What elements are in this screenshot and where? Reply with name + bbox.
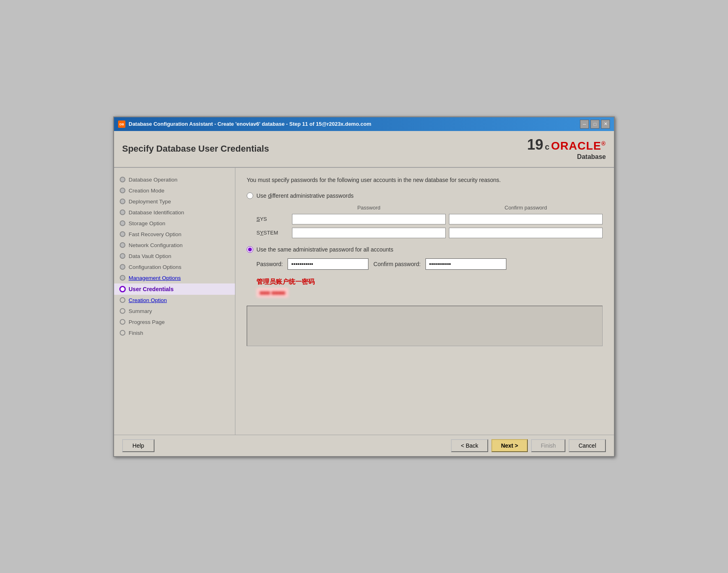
app-icon: DB [118, 121, 125, 128]
sidebar-dot-network-configuration [120, 242, 125, 248]
title-bar-left: DB Database Configuration Assistant - Cr… [118, 121, 371, 128]
sidebar-label-management-options: Management Options [129, 275, 181, 281]
sidebar-dot-configuration-options [120, 264, 125, 270]
page-title: Specify Database User Credentials [122, 144, 269, 154]
sidebar-label-database-identification: Database Identification [129, 209, 184, 216]
title-bar: DB Database Configuration Assistant - Cr… [114, 117, 614, 131]
same-password-input[interactable] [288, 258, 368, 270]
same-confirm-input[interactable] [425, 258, 506, 270]
sys-label: SYS [256, 216, 289, 222]
title-bar-controls: ─ □ ✕ [580, 120, 610, 129]
password-field-label: Password: [256, 261, 283, 267]
same-password-inputs-row: Password: Confirm password: [256, 258, 603, 270]
sidebar-label-progress-page: Progress Page [129, 319, 165, 325]
sidebar-label-configuration-options: Configuration Options [129, 264, 182, 270]
sidebar-item-deployment-type: Deployment Type [114, 196, 235, 207]
sidebar: Database Operation Creation Mode Deploym… [114, 168, 235, 435]
page-header: Specify Database User Credentials 19c OR… [114, 131, 614, 168]
different-passwords-section: Use different administrative passwords P… [247, 192, 603, 238]
sidebar-item-finish: Finish [114, 328, 235, 338]
system-confirm-input[interactable] [449, 228, 603, 238]
oracle-logo-text: 19c ORACLE® [527, 137, 606, 152]
same-password-radio[interactable] [247, 246, 253, 253]
sidebar-label-network-configuration: Network Configuration [129, 242, 183, 248]
sidebar-label-user-credentials: User Credentials [129, 286, 174, 292]
sidebar-label-fast-recovery: Fast Recovery Option [129, 231, 182, 237]
sidebar-dot-creation-option [120, 297, 125, 303]
same-password-label[interactable]: Use the same administrative password for… [256, 246, 393, 253]
sidebar-item-creation-mode: Creation Mode [114, 185, 235, 196]
sidebar-item-database-identification: Database Identification [114, 207, 235, 218]
sidebar-dot-deployment-type [120, 199, 125, 204]
sidebar-item-fast-recovery: Fast Recovery Option [114, 229, 235, 240]
sidebar-label-storage-option: Storage Option [129, 220, 165, 226]
sidebar-label-data-vault: Data Vault Option [129, 253, 171, 259]
content-description: You must specify passwords for the follo… [247, 176, 603, 184]
sys-password-input[interactable] [292, 214, 446, 224]
confirm-field-label: Confirm password: [373, 261, 421, 267]
oracle-logo: 19c ORACLE® Database [527, 137, 606, 161]
sidebar-label-creation-option: Creation Option [129, 297, 167, 303]
password-grid: Password Confirm password SYS SYSTEM [256, 205, 603, 238]
different-passwords-radio[interactable] [247, 192, 253, 199]
sidebar-dot-database-identification [120, 209, 125, 215]
window-title: Database Configuration Assistant - Creat… [129, 121, 371, 127]
sidebar-item-creation-option[interactable]: Creation Option [114, 295, 235, 306]
sidebar-label-creation-mode: Creation Mode [129, 188, 165, 194]
cancel-button[interactable]: Cancel [569, 439, 606, 452]
sidebar-item-configuration-options: Configuration Options [114, 262, 235, 273]
svg-text:DB: DB [119, 123, 124, 126]
sidebar-dot-creation-mode [120, 188, 125, 193]
sidebar-dot-finish [120, 330, 125, 336]
sidebar-item-management-options[interactable]: Management Options [114, 273, 235, 283]
same-password-section: Use the same administrative password for… [247, 246, 603, 270]
sidebar-item-summary: Summary [114, 306, 235, 317]
maximize-button[interactable]: □ [590, 120, 599, 129]
confirm-col-header: Confirm password [449, 205, 603, 211]
close-button[interactable]: ✕ [601, 120, 610, 129]
oracle-database-label: Database [577, 153, 606, 161]
content-area: You must specify passwords for the follo… [235, 168, 614, 435]
sidebar-label-deployment-type: Deployment Type [129, 199, 171, 205]
annotation-blurred: ■■■ ■■■■ [256, 288, 288, 298]
system-label: SYSTEM [256, 230, 289, 236]
minimize-button[interactable]: ─ [580, 120, 589, 129]
sidebar-label-finish: Finish [129, 330, 143, 336]
finish-button[interactable]: Finish [531, 439, 565, 452]
main-content: Database Operation Creation Mode Deploym… [114, 168, 614, 435]
sidebar-dot-summary [120, 308, 125, 314]
sidebar-label-summary: Summary [129, 308, 152, 314]
same-password-row: Use the same administrative password for… [247, 246, 603, 253]
sidebar-label-database-operation: Database Operation [129, 177, 178, 183]
main-window: DB Database Configuration Assistant - Cr… [113, 116, 615, 457]
sidebar-dot-management-options [120, 275, 125, 281]
sidebar-dot-database-operation [120, 177, 125, 182]
sys-confirm-input[interactable] [449, 214, 603, 224]
log-area [247, 306, 603, 346]
bottom-left-buttons: Help [122, 439, 154, 452]
sidebar-dot-data-vault [120, 253, 125, 259]
sidebar-dot-progress-page [120, 319, 125, 325]
sidebar-dot-storage-option [120, 220, 125, 226]
different-passwords-row: Use different administrative passwords [247, 192, 603, 199]
sidebar-item-storage-option: Storage Option [114, 218, 235, 229]
back-button[interactable]: < Back [451, 439, 488, 452]
oracle-brand-name: ORACLE® [551, 140, 606, 152]
different-passwords-label[interactable]: Use different administrative passwords [256, 192, 353, 199]
sidebar-dot-fast-recovery [120, 231, 125, 237]
bottom-right-buttons: < Back Next > Finish Cancel [451, 439, 606, 452]
password-col-header: Password [292, 205, 446, 211]
system-password-input[interactable] [292, 228, 446, 238]
sidebar-item-network-configuration: Network Configuration [114, 240, 235, 251]
oracle-version-number: 19 [527, 137, 543, 152]
next-button[interactable]: Next > [491, 439, 528, 452]
help-button[interactable]: Help [122, 439, 154, 452]
annotation-text: 管理员账户统一密码 [256, 278, 603, 286]
sidebar-dot-user-credentials [119, 286, 126, 292]
sidebar-item-user-credentials[interactable]: User Credentials [114, 283, 235, 295]
sidebar-item-database-operation: Database Operation [114, 174, 235, 185]
bottom-bar: Help < Back Next > Finish Cancel [114, 435, 614, 456]
sidebar-item-progress-page: Progress Page [114, 317, 235, 328]
sidebar-item-data-vault: Data Vault Option [114, 251, 235, 262]
